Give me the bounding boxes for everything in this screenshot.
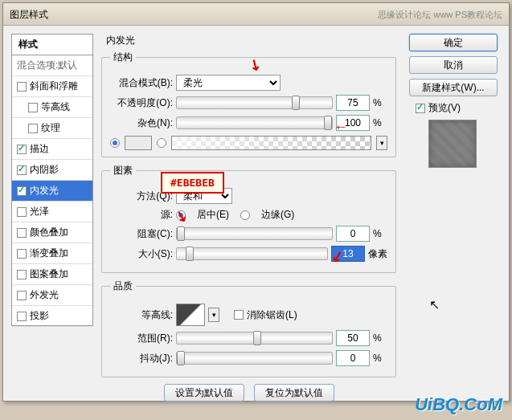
new-style-button[interactable]: 新建样式(W)... [409, 79, 498, 96]
style-item-label: 光泽 [30, 205, 49, 218]
style-item-label: 内阴影 [30, 163, 59, 177]
elements-legend: 图素 [110, 164, 136, 177]
antialias-label: 消除锯齿(L) [247, 308, 297, 322]
style-checkbox[interactable] [17, 249, 27, 259]
watermark: UiBQ.CoM [415, 394, 502, 415]
choke-input[interactable]: 0 [336, 226, 370, 242]
opacity-input[interactable]: 75 [336, 95, 370, 111]
style-item-图案叠加[interactable]: 图案叠加 [12, 264, 92, 285]
style-item-label: 渐变叠加 [30, 247, 68, 260]
style-item-斜面和浮雕[interactable]: 斜面和浮雕 [12, 76, 92, 97]
style-checkbox[interactable] [17, 82, 27, 92]
preview-thumbnail [428, 120, 477, 168]
opacity-slider[interactable] [176, 96, 333, 109]
style-item-内发光[interactable]: 内发光 [12, 181, 92, 202]
antialias-checkbox[interactable] [234, 310, 244, 320]
noise-label: 杂色(N): [110, 116, 173, 130]
style-item-颜色叠加[interactable]: 颜色叠加 [12, 222, 92, 243]
percent-label: % [373, 353, 387, 364]
range-label: 范围(R): [110, 332, 173, 345]
contour-picker[interactable] [176, 304, 205, 326]
ok-button[interactable]: 确定 [409, 34, 498, 51]
style-item-纹理[interactable]: 纹理 [12, 118, 92, 139]
credits-text: 思缘设计论坛 www PS教程论坛 [378, 3, 502, 26]
style-item-label: 斜面和浮雕 [30, 80, 78, 93]
noise-slider[interactable] [176, 116, 333, 129]
size-slider[interactable] [176, 247, 328, 260]
style-item-label: 颜色叠加 [30, 226, 68, 239]
contour-dropdown-icon[interactable]: ▾ [208, 308, 219, 322]
jitter-input[interactable]: 0 [336, 350, 370, 366]
settings-panel: 内发光 结构 混合模式(B): 柔光 不透明度(O): 75 % 杂色(N): … [93, 34, 404, 393]
style-item-等高线[interactable]: 等高线 [12, 97, 92, 118]
style-checkbox[interactable] [28, 124, 38, 133]
style-item-label: 等高线 [41, 100, 70, 114]
color-radio[interactable] [110, 138, 120, 148]
gradient-radio[interactable] [157, 138, 166, 148]
cancel-button[interactable]: 取消 [409, 56, 498, 74]
source-center-radio[interactable] [176, 210, 186, 220]
source-label: 源: [110, 208, 173, 222]
size-input[interactable]: 13 [331, 246, 365, 262]
style-item-label: 图案叠加 [30, 267, 68, 281]
style-checkbox[interactable] [17, 291, 27, 300]
style-checkbox[interactable] [28, 103, 38, 112]
style-item-label: 描边 [30, 142, 49, 156]
section-title: 内发光 [101, 34, 396, 47]
style-checkbox[interactable] [17, 270, 27, 279]
jitter-slider[interactable] [176, 352, 333, 365]
titlebar[interactable]: 图层样式 思缘设计论坛 www PS教程论坛 [3, 3, 509, 26]
range-slider[interactable] [176, 332, 333, 345]
style-item-描边[interactable]: 描边 [12, 139, 92, 160]
style-item-投影[interactable]: 投影 [12, 306, 92, 327]
blend-mode-select[interactable]: 柔光 [176, 75, 281, 91]
quality-legend: 品质 [110, 279, 136, 293]
make-default-button[interactable]: 设置为默认值 [164, 384, 244, 402]
cursor-icon: ↖ [429, 297, 440, 312]
style-item-label: 纹理 [41, 121, 60, 135]
style-checkbox[interactable] [17, 228, 27, 238]
style-checkbox[interactable] [17, 186, 27, 196]
blend-mode-label: 混合模式(B): [110, 76, 173, 90]
percent-label: % [373, 97, 387, 108]
choke-label: 阻塞(C): [110, 227, 173, 241]
reset-default-button[interactable]: 复位为默认值 [254, 384, 334, 402]
hex-annotation: #EBEBEB [161, 172, 224, 194]
source-edge-label: 边缘(G) [261, 208, 294, 222]
opacity-label: 不透明度(O): [110, 96, 173, 110]
style-checkbox[interactable] [17, 165, 27, 175]
percent-label: % [373, 117, 387, 128]
structure-legend: 结构 [110, 51, 136, 64]
preview-checkbox[interactable] [416, 104, 425, 113]
percent-label: % [373, 228, 387, 239]
gradient-dropdown-icon[interactable]: ▾ [376, 136, 387, 150]
dialog-title: 图层样式 [10, 3, 48, 26]
noise-input[interactable]: 100 [336, 115, 370, 131]
right-panel: 确定 取消 新建样式(W)... 预览(V) [404, 34, 501, 393]
style-item-内阴影[interactable]: 内阴影 [12, 160, 92, 181]
layer-style-dialog: 图层样式 思缘设计论坛 www PS教程论坛 样式 混合选项:默认 斜面和浮雕等… [2, 2, 510, 402]
elements-group: 图素 方法(Q): 柔和 源: 居中(E) 边缘(G) 阻塞(C): [101, 164, 396, 273]
style-item-渐变叠加[interactable]: 渐变叠加 [12, 243, 92, 264]
styles-list: 混合选项:默认 斜面和浮雕等高线纹理描边内阴影内发光光泽颜色叠加渐变叠加图案叠加… [11, 55, 93, 326]
style-checkbox[interactable] [17, 312, 27, 321]
blend-default-item[interactable]: 混合选项:默认 [12, 55, 92, 76]
style-item-外发光[interactable]: 外发光 [12, 285, 92, 306]
choke-slider[interactable] [176, 227, 333, 240]
styles-panel: 样式 混合选项:默认 斜面和浮雕等高线纹理描边内阴影内发光光泽颜色叠加渐变叠加图… [11, 34, 93, 393]
gradient-preview[interactable] [171, 136, 371, 150]
style-checkbox[interactable] [17, 207, 27, 217]
preview-label: 预览(V) [428, 101, 461, 115]
style-item-label: 外发光 [30, 288, 59, 302]
size-unit: 像素 [368, 247, 387, 261]
styles-header: 样式 [11, 34, 93, 55]
quality-group: 品质 等高线: ▾ 消除锯齿(L) 范围(R): 50 % 抖动(J): [101, 279, 396, 377]
percent-label: % [373, 332, 387, 344]
style-checkbox[interactable] [17, 145, 27, 154]
color-swatch[interactable] [125, 136, 152, 150]
style-item-label: 投影 [30, 309, 49, 323]
style-item-光泽[interactable]: 光泽 [12, 202, 92, 222]
contour-label: 等高线: [110, 308, 173, 322]
source-edge-radio[interactable] [240, 210, 250, 220]
range-input[interactable]: 50 [336, 330, 370, 346]
